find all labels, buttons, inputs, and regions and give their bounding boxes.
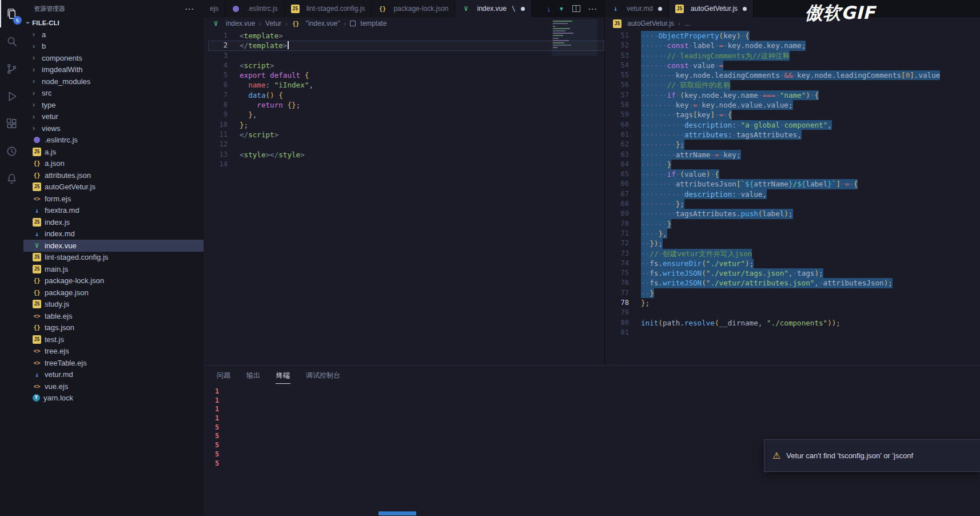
- tree-folder-b[interactable]: ›b: [23, 41, 204, 53]
- whitespace-dot: ·: [650, 140, 654, 149]
- vetur-icon[interactable]: ▼: [559, 6, 564, 12]
- whitespace-dot: ·: [740, 31, 745, 40]
- vue-file-icon: V: [461, 5, 470, 13]
- more-actions-icon[interactable]: ···: [185, 5, 194, 13]
- tab-lint-staged.config.js[interactable]: JSlint-staged.config.js: [285, 0, 372, 17]
- code-line: ········};: [641, 199, 684, 209]
- tree-file-main.js[interactable]: JSmain.js: [23, 263, 204, 275]
- tree-file-fsextra.md[interactable]: ↓fsextra.md: [23, 205, 204, 217]
- more-actions-icon[interactable]: ···: [588, 5, 597, 13]
- section-header-file-cli[interactable]: › FILE-CLI: [23, 17, 204, 29]
- whitespace-dot: ·: [671, 180, 676, 188]
- run-debug-icon[interactable]: [0, 82, 23, 110]
- breadcrumb-item[interactable]: Vetur: [265, 19, 281, 27]
- tab-ejs[interactable]: ejs: [204, 0, 225, 17]
- panel-tab-调试控制台[interactable]: 调试控制台: [305, 366, 341, 384]
- minimap[interactable]: [552, 19, 597, 340]
- tab-autoGetVetur.js[interactable]: JSautoGetVetur.js: [669, 0, 754, 17]
- tree-file-vue.ejs[interactable]: <>vue.ejs: [23, 380, 204, 392]
- file-name: tree.ejs: [45, 347, 69, 355]
- js-file-icon: JS: [33, 265, 41, 273]
- extensions-icon[interactable]: [0, 110, 23, 137]
- tree-folder-node_modules[interactable]: ›node_modules: [23, 76, 204, 88]
- files-icon[interactable]: 5: [0, 0, 23, 27]
- tree-file-vetur.md[interactable]: ↓vetur.md: [23, 369, 204, 381]
- source-control-icon[interactable]: [0, 55, 23, 82]
- tab-package-lock.json[interactable]: {}package-lock.json: [372, 0, 455, 17]
- line-number: 14: [208, 160, 228, 169]
- tab-label: autoGetVetur.js: [691, 5, 738, 13]
- tree-file-package.json[interactable]: {}package.json: [23, 287, 204, 299]
- editor-group-1: ejs.eslintrc.jsJSlint-staged.config.js{}…: [204, 0, 604, 365]
- line-number: 66: [609, 179, 629, 189]
- minimap-slider[interactable]: [552, 19, 597, 56]
- code-line-row: 65······if·(value)·{: [609, 169, 980, 179]
- tree-folder-imgdealWith[interactable]: ›imgdealWith: [23, 64, 204, 76]
- breadcrumb-separator: ›: [259, 20, 261, 27]
- tree-folder-a[interactable]: ›a: [23, 29, 204, 41]
- line-number: 52: [609, 41, 629, 50]
- tree-file-index.vue[interactable]: Vindex.vue: [23, 240, 204, 252]
- split-editor-icon[interactable]: [572, 5, 580, 12]
- code-line: <template>: [240, 31, 283, 41]
- tree-folder-vetur[interactable]: ›vetur: [23, 111, 204, 123]
- breadcrumb-separator: ›: [344, 20, 346, 27]
- tree-file-attributes.json[interactable]: {}attributes.json: [23, 169, 204, 181]
- editor-2[interactable]: 51····ObjectProperty(key)·{52······const…: [605, 30, 980, 338]
- tree-file-index.js[interactable]: JSindex.js: [23, 216, 204, 228]
- tab-vetur.md[interactable]: ↓vetur.md: [605, 0, 669, 17]
- notification-toast[interactable]: ⚠ Vetur can't find 'tsconfig.json' or 'j…: [764, 439, 980, 472]
- tree-folder-src[interactable]: ›src: [23, 88, 204, 100]
- json-file-icon: {}: [33, 159, 41, 168]
- whitespace-dot: ·: [671, 130, 676, 139]
- code-line: ········key·=·key.node.value.value;: [641, 100, 793, 110]
- tree-file-lint-staged.config.js[interactable]: JSlint-staged.config.js: [23, 252, 204, 264]
- tree-file-tags.json[interactable]: {}tags.json: [23, 322, 204, 334]
- tree-folder-type[interactable]: ›type: [23, 99, 204, 111]
- tree-folder-components[interactable]: ›components: [23, 52, 204, 64]
- activity-bar: 5: [0, 0, 23, 516]
- breadcrumb-item[interactable]: JSautoGetVetur.js: [613, 19, 674, 28]
- tree-folder-views[interactable]: ›views: [23, 122, 204, 134]
- tree-file-autoGetVetur.js[interactable]: JSautoGetVetur.js: [23, 181, 204, 193]
- panel-tab-终端[interactable]: 终端: [276, 366, 290, 384]
- tree-file-a.json[interactable]: {}a.json: [23, 158, 204, 170]
- tab-.eslintrc.js[interactable]: .eslintrc.js: [225, 0, 284, 17]
- whitespace-dot: ·: [680, 130, 684, 139]
- breadcrumb-item[interactable]: Vindex.vue: [212, 19, 255, 28]
- file-name: index.js: [45, 218, 70, 227]
- line-number: 71: [609, 229, 629, 239]
- whitespace-dot: ·: [663, 110, 667, 119]
- arrow-down-icon[interactable]: ↓: [547, 5, 551, 13]
- tree-file-study.js[interactable]: JSstudy.js: [23, 299, 204, 311]
- breadcrumb-item[interactable]: template: [350, 19, 387, 27]
- panel-tab-问题[interactable]: 问题: [216, 366, 231, 384]
- sidebar-header: 资源管理器 ···: [23, 0, 204, 17]
- file-name: a.json: [45, 159, 65, 168]
- breadcrumb-item[interactable]: …: [684, 19, 691, 27]
- tree-file-tree.ejs[interactable]: <>tree.ejs: [23, 346, 204, 358]
- json-file-icon: {}: [378, 5, 387, 13]
- tree-file-form.ejs[interactable]: <>form.ejs: [23, 193, 204, 205]
- breadcrumb-label: Vetur: [265, 19, 281, 27]
- bell-icon[interactable]: [0, 165, 23, 192]
- tree-file-yarn.lock[interactable]: Yyarn.lock: [23, 392, 204, 404]
- tree-file-test.js[interactable]: JStest.js: [23, 334, 204, 346]
- tab-index.vue[interactable]: Vindex.vue\: [455, 0, 532, 17]
- breadcrumb-item[interactable]: {}"index.vue": [292, 19, 340, 28]
- tree-file-.eslintrc.js[interactable]: .eslintrc.js: [23, 134, 204, 146]
- line-number: 6: [208, 80, 228, 90]
- search-icon[interactable]: [0, 27, 23, 55]
- panel-tab-输出[interactable]: 输出: [246, 366, 261, 384]
- tree-file-table.ejs[interactable]: <>table.ejs: [23, 310, 204, 322]
- history-icon[interactable]: [0, 137, 23, 165]
- tree-file-index.md[interactable]: ↓index.md: [23, 228, 204, 240]
- tree-file-a.js[interactable]: JSa.js: [23, 146, 204, 158]
- file-name: lint-staged.config.js: [45, 253, 108, 261]
- tree-file-treeTable.ejs[interactable]: <>treeTable.ejs: [23, 357, 204, 369]
- tree-file-package-lock.json[interactable]: {}package-lock.json: [23, 275, 204, 287]
- js-file-icon: JS: [613, 19, 622, 28]
- vue-file-icon: V: [33, 241, 41, 250]
- editor-1[interactable]: 1<template>2</template>34<script>5export…: [204, 30, 604, 169]
- code-line: ······}: [641, 219, 671, 229]
